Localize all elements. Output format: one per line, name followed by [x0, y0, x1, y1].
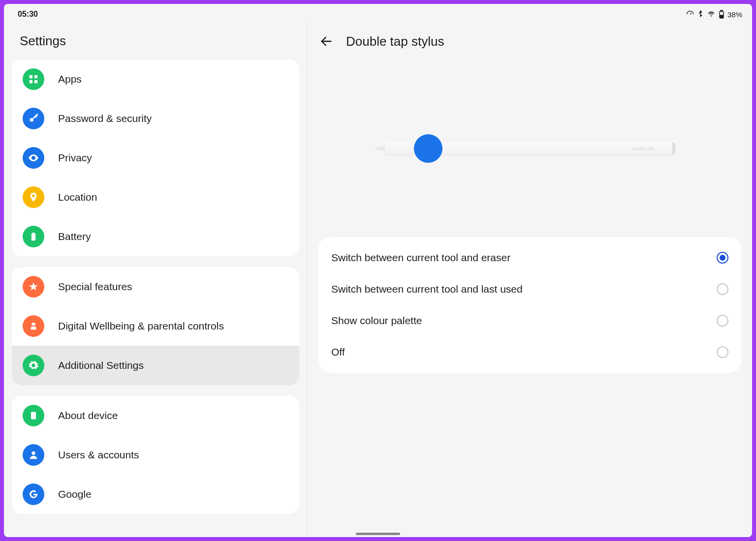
- settings-group: AppsPassword & securityPrivacyLocationBa…: [12, 60, 299, 256]
- sidebar-item-about[interactable]: About device: [12, 396, 299, 435]
- radio-button[interactable]: [717, 315, 728, 327]
- svg-rect-6: [30, 80, 32, 83]
- key-icon: [23, 108, 44, 129]
- sidebar-title: Settings: [4, 23, 307, 60]
- sidebar-item-google[interactable]: Google: [12, 475, 299, 514]
- device-frame: 05:30 38% Settings AppsPassword & securi…: [4, 4, 752, 537]
- settings-sidebar: Settings AppsPassword & securityPrivacyL…: [4, 23, 308, 537]
- radio-button[interactable]: [717, 283, 728, 295]
- sidebar-item-label: Location: [58, 191, 97, 203]
- stylus-body: ONEPLUS: [385, 142, 675, 155]
- option-eraser[interactable]: Switch between current tool and eraser: [318, 242, 741, 273]
- stylus-illustration: ONEPLUS: [308, 60, 752, 237]
- sidebar-item-battery[interactable]: Battery: [12, 217, 299, 256]
- svg-rect-7: [34, 80, 37, 83]
- option-label: Off: [331, 346, 345, 358]
- stylus-end: [672, 142, 675, 155]
- sidebar-item-privacy[interactable]: Privacy: [12, 138, 299, 178]
- device-icon: [23, 405, 44, 426]
- sidebar-item-label: Apps: [58, 73, 82, 85]
- stylus-tip: [373, 146, 385, 151]
- battery-icon: [23, 226, 44, 247]
- settings-group: Special featuresDigital Wellbeing & pare…: [12, 267, 299, 385]
- pin-icon: [23, 186, 44, 208]
- sidebar-item-additional[interactable]: Additional Settings: [12, 346, 299, 385]
- option-label: Switch between current tool and last use…: [331, 283, 523, 295]
- bluetooth-icon: [697, 10, 704, 18]
- status-indicators: 38%: [686, 10, 742, 19]
- sidebar-item-location[interactable]: Location: [12, 178, 299, 217]
- sidebar-item-password[interactable]: Password & security: [12, 99, 299, 138]
- wifi-icon: [707, 11, 716, 18]
- heart-icon: [23, 315, 44, 337]
- gear-icon: [23, 355, 44, 376]
- back-button[interactable]: [318, 33, 334, 49]
- radio-button[interactable]: [717, 252, 728, 264]
- sidebar-item-special[interactable]: Special features: [12, 267, 299, 306]
- option-palette[interactable]: Show colour palette: [318, 305, 741, 336]
- sidebar-item-label: About device: [58, 410, 118, 421]
- battery-icon: [719, 10, 724, 19]
- sidebar-item-label: Additional Settings: [58, 360, 144, 371]
- tap-indicator-dot: [414, 134, 442, 163]
- sidebar-item-wellbeing[interactable]: Digital Wellbeing & parental controls: [12, 306, 299, 346]
- svg-point-9: [32, 157, 34, 159]
- stylus-brand: ONEPLUS: [632, 147, 654, 151]
- svg-rect-4: [30, 75, 32, 78]
- sidebar-item-label: Users & accounts: [58, 449, 139, 461]
- svg-rect-2: [721, 10, 723, 11]
- svg-point-14: [32, 451, 35, 455]
- sidebar-item-label: Battery: [58, 231, 91, 242]
- status-time: 05:30: [18, 10, 38, 19]
- svg-rect-11: [32, 233, 34, 234]
- sidebar-item-label: Digital Wellbeing & parental controls: [58, 320, 224, 332]
- svg-rect-13: [31, 412, 36, 420]
- svg-rect-10: [32, 233, 35, 240]
- speed-icon: [686, 10, 694, 18]
- main-header: Double tap stylus: [308, 23, 752, 60]
- sidebar-item-label: Privacy: [58, 152, 92, 164]
- sidebar-item-users[interactable]: Users & accounts: [12, 435, 299, 475]
- option-label: Show colour palette: [331, 315, 422, 327]
- main-panel: Double tap stylus ONEPLUS Switch between…: [308, 23, 752, 537]
- status-bar: 05:30 38%: [4, 4, 752, 23]
- radio-button[interactable]: [717, 346, 728, 358]
- settings-group: About deviceUsers & accountsGoogle: [12, 396, 299, 514]
- star-icon: [23, 276, 44, 298]
- arrow-left-icon: [319, 34, 333, 48]
- options-card: Switch between current tool and eraserSw…: [318, 237, 741, 373]
- user-icon: [23, 444, 44, 466]
- g-icon: [23, 483, 44, 505]
- svg-rect-5: [34, 75, 37, 78]
- eye-icon: [23, 147, 44, 169]
- svg-line-0: [690, 13, 692, 14]
- sidebar-item-label: Special features: [58, 281, 132, 293]
- battery-percent: 38%: [727, 10, 742, 19]
- option-label: Switch between current tool and eraser: [331, 252, 510, 264]
- sidebar-item-label: Google: [58, 488, 92, 500]
- option-off[interactable]: Off: [318, 336, 741, 368]
- sidebar-item-label: Password & security: [58, 113, 152, 124]
- apps-icon: [23, 68, 44, 90]
- svg-rect-3: [720, 15, 723, 18]
- page-title: Double tap stylus: [346, 34, 444, 49]
- nav-handle[interactable]: [356, 533, 400, 535]
- option-last[interactable]: Switch between current tool and last use…: [318, 273, 741, 305]
- sidebar-item-apps[interactable]: Apps: [12, 60, 299, 99]
